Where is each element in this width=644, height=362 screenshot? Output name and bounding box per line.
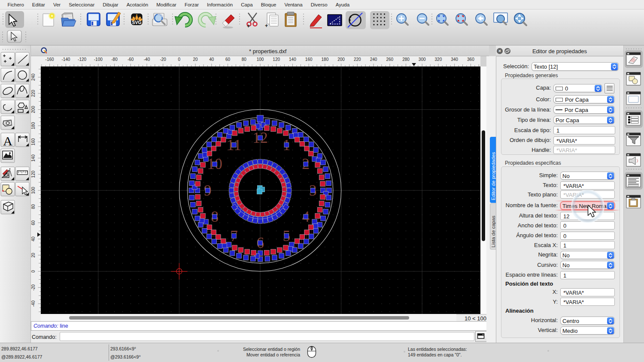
svg-text:20: 20 — [193, 57, 198, 62]
svg-text:100: 100 — [31, 187, 36, 194]
svg-text:360: 360 — [467, 57, 474, 62]
svg-text:220: 220 — [31, 90, 36, 97]
svg-text:80: 80 — [242, 57, 247, 62]
svg-text:+: + — [247, 23, 250, 29]
svg-text:-100: -100 — [94, 57, 103, 62]
svg-text:160: 160 — [31, 138, 36, 145]
svg-text:300: 300 — [419, 57, 426, 62]
svg-text:40: 40 — [31, 236, 36, 241]
svg-text:-120: -120 — [78, 57, 86, 62]
svg-text:240: 240 — [31, 73, 36, 81]
svg-text:160: 160 — [305, 57, 313, 62]
svg-text:120: 120 — [31, 171, 36, 178]
svg-text:-80: -80 — [111, 57, 118, 62]
svg-text:320: 320 — [435, 57, 442, 62]
svg-text:60: 60 — [225, 57, 231, 62]
svg-text:-20: -20 — [160, 57, 166, 62]
svg-text:100: 100 — [257, 57, 264, 62]
svg-text:-160: -160 — [46, 57, 54, 62]
svg-text:60: 60 — [31, 220, 36, 225]
svg-text:180: 180 — [31, 122, 36, 129]
svg-text:0: 0 — [178, 57, 181, 62]
svg-text:180: 180 — [322, 57, 329, 62]
svg-text:A: A — [3, 134, 12, 148]
svg-text:340: 340 — [451, 57, 458, 62]
svg-text:120: 120 — [273, 57, 280, 62]
svg-text:80: 80 — [31, 204, 36, 209]
svg-text:260: 260 — [386, 57, 393, 62]
svg-text:-40: -40 — [144, 57, 150, 62]
svg-text:+: + — [265, 23, 268, 29]
svg-text:40: 40 — [209, 57, 214, 62]
svg-text:SVG: SVG — [132, 20, 141, 25]
svg-text:-40: -40 — [31, 300, 36, 307]
svg-text:140: 140 — [31, 154, 36, 162]
svg-text:140: 140 — [289, 57, 296, 62]
svg-text:280: 280 — [402, 57, 410, 62]
svg-text:-60: -60 — [128, 57, 134, 62]
svg-text:-20: -20 — [31, 284, 36, 291]
svg-text:-140: -140 — [61, 57, 70, 62]
svg-text:220: 220 — [354, 57, 361, 62]
svg-text:200: 200 — [31, 106, 36, 113]
svg-text:20: 20 — [31, 253, 36, 258]
svg-text:200: 200 — [337, 57, 345, 62]
svg-text:240: 240 — [370, 57, 377, 62]
svg-text:0: 0 — [31, 270, 36, 272]
